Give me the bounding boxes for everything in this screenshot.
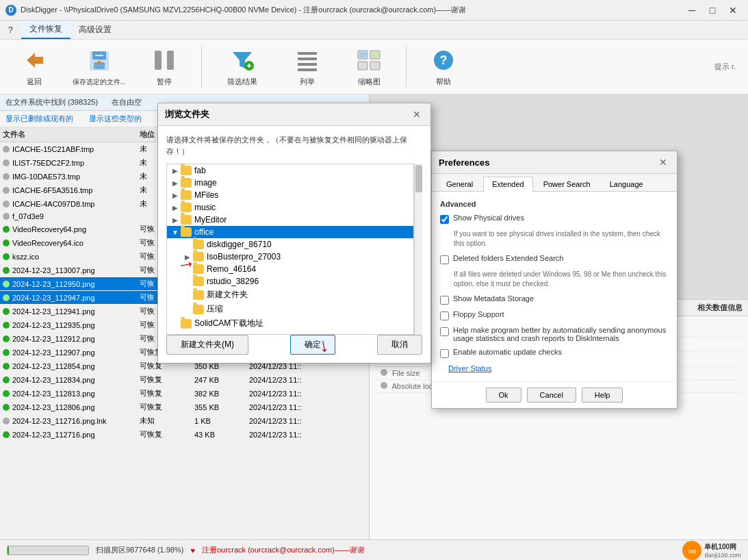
pref-checkbox-floppy[interactable] [440,311,449,320]
pref-tab-power-search[interactable]: Power Search [534,177,599,191]
table-row[interactable]: 2024-12-23_112813.png 可恢复 382 KB 2024/12… [0,387,369,400]
help-button[interactable]: ? 帮助 [416,43,471,91]
heart-icon: ♥ [190,546,195,555]
pause-button[interactable]: 暂停 [137,43,192,91]
pref-checkbox-row: Floppy Support [440,310,669,320]
expand-icon: ▶ [170,192,181,199]
tree-item[interactable]: ▶ image [167,177,413,189]
svg-rect-20 [372,52,378,58]
pref-tab-language[interactable]: Language [601,177,652,191]
file-name-cell: 2024-12-23_112941.png [3,307,140,316]
tree-item[interactable]: ▶ music [167,201,413,214]
tree-item-label: diskdigger_86710 [207,240,272,249]
scrollbar-thumb[interactable] [415,165,422,192]
menu-file-recover[interactable]: 文件恢复 [21,21,70,39]
minimize-button[interactable]: ─ [682,3,701,18]
dialog-tree[interactable]: ▶ fab ▶ image ▶ MFiles ▶ music ▶ MyEdito… [166,164,414,335]
table-row[interactable]: 2024-12-23_112834.png 可恢复 247 KB 2024/12… [0,373,369,387]
dialog-close-button[interactable]: ✕ [410,107,424,121]
toolbar-separator-2 [406,47,407,88]
tree-item[interactable]: 压缩 [167,302,413,316]
pref-checkbox-deleted-folders[interactable] [440,255,449,264]
folder-icon [193,277,204,286]
pref-checkboxes: Show Physical drives If you want to see … [440,214,669,358]
file-name: 2024-12-23_112947.png [12,294,95,302]
pref-tab-general[interactable]: General [437,177,482,191]
menu-help[interactable]: ? [0,23,21,38]
pref-checkbox-label: Show Metadata Storage [453,294,534,303]
file-name-cell: 2024-12-23_113007.png [3,266,140,275]
filter-text-1[interactable]: 显示已删除或现有的 [5,114,73,123]
filter-icon [229,47,256,74]
tree-item[interactable]: 新建文件夹 [167,288,413,302]
pref-checkbox-show-metadata[interactable] [440,296,449,305]
file-status: 可恢复 [140,388,194,398]
pref-body: Advanced Show Physical drives If you wan… [432,192,677,381]
tree-item[interactable]: Remo_46164 [167,263,413,275]
filter-text-2[interactable]: 显示这些类型的 [89,114,142,123]
file-name: 2024-12-23_112907.png [12,348,95,357]
tree-item[interactable]: ▶ MFiles [167,189,413,201]
back-button[interactable]: 返回 [7,43,62,91]
tree-item[interactable]: rstudio_38296 [167,275,413,288]
scan-status: 扫描房区9877648 (1.98%) [96,545,183,555]
cancel-button[interactable]: 取消 [377,335,422,355]
new-folder-button[interactable]: 新建文件夹(M) [166,335,248,355]
tree-item-label: fab [194,166,206,175]
pref-section-title: Advanced [440,200,669,208]
ok-button[interactable]: 确定 [290,335,335,355]
tree-item[interactable]: ▶ MyEditor [167,214,413,226]
status-dot [3,146,10,153]
menu-advanced[interactable]: 高级设置 [70,21,120,38]
table-row[interactable]: 2024-12-23_112716.png 可恢复 43 KB 2024/12/… [0,428,369,442]
pref-close-button[interactable]: ✕ [656,155,670,169]
table-row[interactable]: 2024-12-23_112806.png 可恢复 355 KB 2024/12… [0,400,369,414]
table-row[interactable]: 2024-12-23_112716.png.lnk 未知 1 KB 2024/1… [0,414,369,428]
close-button[interactable]: ✕ [723,3,743,18]
pref-help-button[interactable]: Help [582,387,623,403]
tree-item[interactable]: ▶ fab [167,164,413,177]
pref-checkbox-show-physical[interactable] [440,215,449,224]
maximize-button[interactable]: □ [703,3,722,18]
register-link[interactable]: 注册ourcrack (ourcrack@ourcrack.com)——谢谢 [202,545,365,555]
tree-item[interactable]: ▼ office [167,226,413,238]
save-label: 保存选定的文件... [73,77,126,87]
svg-rect-13 [298,63,317,66]
save-button[interactable]: 保存选定的文件... [68,43,130,91]
file-name: ILIST-75EDC2F2.tmp [12,159,84,167]
list-icon [294,47,321,74]
status-dot [3,253,10,260]
thumbnail-button[interactable]: 缩略图 [341,43,396,91]
scrollbar-track[interactable] [414,164,422,335]
tree-item-label: image [194,178,217,188]
tree-item[interactable]: ▶ IsoBusterpro_27003 [167,251,413,263]
status-dot [3,240,10,246]
window-controls: ─ □ ✕ [682,3,743,18]
status-dot [3,335,10,342]
pref-cancel-button[interactable]: Cancel [527,387,576,403]
pref-checkbox-auto-update[interactable] [440,349,449,358]
pref-tab-extended[interactable]: Extended [483,177,532,192]
file-size: 1 KB [194,417,249,425]
expand-icon: ▶ [170,204,181,212]
file-name: ICACHE-6F5A3516.tmp [12,186,92,194]
list-button[interactable]: 列举 [280,43,335,91]
pref-checkbox-anonymous-stats[interactable] [440,327,449,336]
found-count: 在文件系统中找到 (398325) [5,97,98,107]
filter-button[interactable]: 筛选结果 [211,43,273,91]
app-icon: D [5,5,16,16]
svg-marker-0 [27,53,43,68]
file-name-cell: ILIST-75EDC2F2.tmp [3,159,140,167]
tree-item[interactable]: SolidCAM下载地址 [167,316,413,331]
file-name-cell: ICACHE-4AC097D8.tmp [3,200,140,208]
driver-status-link[interactable]: Driver Status [448,364,492,372]
folder-icon [181,203,192,212]
pref-ok-button[interactable]: Ok [486,387,521,403]
expand-icon: ▶ [170,216,181,224]
tree-item[interactable]: diskdigger_86710 [167,238,413,251]
file-date: 2024/12/23 11:: [249,417,352,425]
tree-item-label: MyEditor [194,215,227,225]
pause-label: 暂停 [157,77,172,87]
status-dot [3,160,10,166]
menu-bar: ? 文件恢复 高级设置 [0,21,748,40]
